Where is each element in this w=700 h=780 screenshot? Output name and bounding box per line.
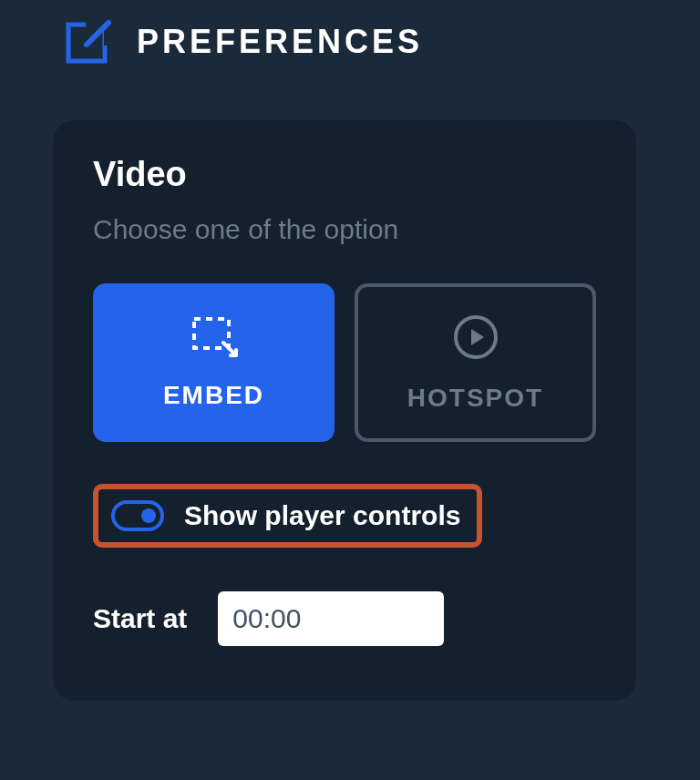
embed-option-label: EMBED [163, 381, 264, 410]
hotspot-option[interactable]: HOTSPOT [355, 283, 596, 442]
video-panel: Video Choose one of the option EMBED HOT… [53, 120, 636, 701]
page-title: PREFERENCES [137, 23, 423, 61]
video-section-title: Video [93, 155, 596, 194]
show-player-controls-label: Show player controls [184, 500, 460, 531]
show-player-controls-toggle[interactable] [111, 500, 164, 531]
play-circle-icon [451, 313, 500, 365]
show-player-controls-highlight: Show player controls [93, 484, 482, 548]
video-section-subtitle: Choose one of the option [93, 214, 596, 245]
embed-crop-icon [189, 315, 240, 363]
hotspot-option-label: HOTSPOT [407, 384, 543, 413]
start-at-input[interactable] [218, 591, 444, 646]
edit-icon [64, 16, 115, 67]
embed-option[interactable]: EMBED [93, 283, 335, 442]
start-at-label: Start at [93, 603, 187, 634]
